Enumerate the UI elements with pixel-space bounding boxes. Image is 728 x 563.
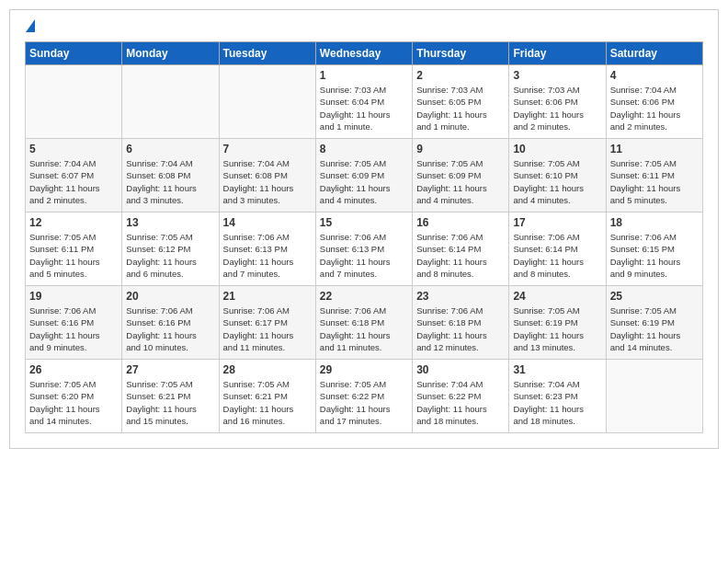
day-info: Sunrise: 7:05 AM Sunset: 6:09 PM Dayligh… [416,157,505,206]
day-info: Sunrise: 7:05 AM Sunset: 6:11 PM Dayligh… [610,157,699,206]
weekday-header-monday: Monday [122,42,219,65]
weekday-header-sunday: Sunday [26,42,122,65]
weekday-header-wednesday: Wednesday [315,42,412,65]
day-info: Sunrise: 7:04 AM Sunset: 6:23 PM Dayligh… [513,378,601,427]
calendar-cell: 15Sunrise: 7:06 AM Sunset: 6:13 PM Dayli… [315,213,412,286]
day-info: Sunrise: 7:06 AM Sunset: 6:18 PM Dayligh… [416,304,505,353]
calendar-cell: 20Sunrise: 7:06 AM Sunset: 6:16 PM Dayli… [122,286,219,360]
day-number: 11 [610,143,699,155]
day-number: 13 [126,216,214,229]
day-info: Sunrise: 7:03 AM Sunset: 6:05 PM Dayligh… [416,84,505,132]
calendar-cell [606,360,702,433]
weekday-header-tuesday: Tuesday [219,42,315,65]
day-number: 29 [320,363,408,376]
day-number: 17 [513,216,601,229]
weekday-header-saturday: Saturday [606,42,702,65]
calendar-cell [122,65,219,139]
calendar-cell: 18Sunrise: 7:06 AM Sunset: 6:15 PM Dayli… [606,213,702,286]
day-number: 1 [320,69,408,82]
day-number: 2 [416,69,505,82]
day-number: 22 [320,290,408,303]
day-number: 12 [29,216,118,229]
calendar-week-row: 12Sunrise: 7:05 AM Sunset: 6:11 PM Dayli… [26,213,703,286]
day-info: Sunrise: 7:06 AM Sunset: 6:14 PM Dayligh… [513,231,601,280]
day-info: Sunrise: 7:06 AM Sunset: 6:16 PM Dayligh… [126,304,214,353]
weekday-header-row: SundayMondayTuesdayWednesdayThursdayFrid… [26,42,703,65]
calendar-cell: 21Sunrise: 7:06 AM Sunset: 6:17 PM Dayli… [219,286,315,360]
day-info: Sunrise: 7:05 AM Sunset: 6:22 PM Dayligh… [320,378,408,427]
calendar-cell: 25Sunrise: 7:05 AM Sunset: 6:19 PM Dayli… [606,286,702,360]
calendar-week-row: 19Sunrise: 7:06 AM Sunset: 6:16 PM Dayli… [26,286,703,360]
logo [25,19,35,34]
day-number: 18 [610,216,699,229]
day-number: 10 [513,143,601,155]
calendar-cell: 13Sunrise: 7:05 AM Sunset: 6:12 PM Dayli… [122,213,219,286]
day-info: Sunrise: 7:05 AM Sunset: 6:10 PM Dayligh… [513,157,601,206]
day-info: Sunrise: 7:05 AM Sunset: 6:12 PM Dayligh… [126,231,214,280]
calendar-cell: 27Sunrise: 7:05 AM Sunset: 6:21 PM Dayli… [122,360,219,433]
calendar-cell: 17Sunrise: 7:06 AM Sunset: 6:14 PM Dayli… [509,213,606,286]
calendar-cell: 9Sunrise: 7:05 AM Sunset: 6:09 PM Daylig… [413,139,509,213]
day-number: 21 [223,290,312,303]
day-info: Sunrise: 7:05 AM Sunset: 6:20 PM Dayligh… [29,378,118,427]
day-number: 4 [610,69,699,82]
calendar-cell: 22Sunrise: 7:06 AM Sunset: 6:18 PM Dayli… [315,286,412,360]
calendar-week-row: 5Sunrise: 7:04 AM Sunset: 6:07 PM Daylig… [26,139,703,213]
calendar-cell: 5Sunrise: 7:04 AM Sunset: 6:07 PM Daylig… [26,139,122,213]
calendar-cell: 3Sunrise: 7:03 AM Sunset: 6:06 PM Daylig… [509,65,606,139]
day-info: Sunrise: 7:04 AM Sunset: 6:22 PM Dayligh… [416,378,505,427]
weekday-header-friday: Friday [509,42,606,65]
day-info: Sunrise: 7:06 AM Sunset: 6:16 PM Dayligh… [29,304,118,353]
calendar-cell [219,65,315,139]
day-info: Sunrise: 7:04 AM Sunset: 6:08 PM Dayligh… [223,157,312,206]
day-number: 3 [513,69,601,82]
weekday-header-thursday: Thursday [413,42,509,65]
day-number: 20 [126,290,214,303]
day-number: 19 [29,290,118,303]
day-info: Sunrise: 7:04 AM Sunset: 6:08 PM Dayligh… [126,157,214,206]
day-info: Sunrise: 7:06 AM Sunset: 6:15 PM Dayligh… [610,231,699,280]
day-number: 15 [320,216,408,229]
day-number: 16 [416,216,505,229]
calendar-cell: 30Sunrise: 7:04 AM Sunset: 6:22 PM Dayli… [413,360,509,433]
day-info: Sunrise: 7:06 AM Sunset: 6:13 PM Dayligh… [320,231,408,280]
calendar-cell: 7Sunrise: 7:04 AM Sunset: 6:08 PM Daylig… [219,139,315,213]
calendar-cell: 26Sunrise: 7:05 AM Sunset: 6:20 PM Dayli… [26,360,122,433]
day-info: Sunrise: 7:05 AM Sunset: 6:11 PM Dayligh… [29,231,118,280]
day-info: Sunrise: 7:04 AM Sunset: 6:06 PM Dayligh… [610,84,699,132]
day-info: Sunrise: 7:06 AM Sunset: 6:17 PM Dayligh… [223,304,312,353]
day-number: 26 [29,363,118,376]
calendar-cell: 14Sunrise: 7:06 AM Sunset: 6:13 PM Dayli… [219,213,315,286]
calendar-cell: 1Sunrise: 7:03 AM Sunset: 6:04 PM Daylig… [315,65,412,139]
calendar-week-row: 1Sunrise: 7:03 AM Sunset: 6:04 PM Daylig… [26,65,703,139]
day-number: 6 [126,143,214,155]
day-info: Sunrise: 7:05 AM Sunset: 6:21 PM Dayligh… [223,378,312,427]
calendar-cell: 24Sunrise: 7:05 AM Sunset: 6:19 PM Dayli… [509,286,606,360]
calendar-cell: 23Sunrise: 7:06 AM Sunset: 6:18 PM Dayli… [413,286,509,360]
calendar-cell: 29Sunrise: 7:05 AM Sunset: 6:22 PM Dayli… [315,360,412,433]
calendar-cell: 16Sunrise: 7:06 AM Sunset: 6:14 PM Dayli… [413,213,509,286]
calendar-cell: 11Sunrise: 7:05 AM Sunset: 6:11 PM Dayli… [606,139,702,213]
day-info: Sunrise: 7:06 AM Sunset: 6:18 PM Dayligh… [320,304,408,353]
calendar-cell [26,65,122,139]
calendar-cell: 4Sunrise: 7:04 AM Sunset: 6:06 PM Daylig… [606,65,702,139]
calendar-cell: 2Sunrise: 7:03 AM Sunset: 6:05 PM Daylig… [413,65,509,139]
day-number: 31 [513,363,601,376]
calendar-cell: 19Sunrise: 7:06 AM Sunset: 6:16 PM Dayli… [26,286,122,360]
calendar-cell: 28Sunrise: 7:05 AM Sunset: 6:21 PM Dayli… [219,360,315,433]
page-header [25,19,703,34]
day-number: 30 [416,363,505,376]
calendar-cell: 6Sunrise: 7:04 AM Sunset: 6:08 PM Daylig… [122,139,219,213]
day-number: 27 [126,363,214,376]
day-number: 14 [223,216,312,229]
calendar-cell: 10Sunrise: 7:05 AM Sunset: 6:10 PM Dayli… [509,139,606,213]
day-number: 23 [416,290,505,303]
day-number: 7 [223,143,312,155]
day-info: Sunrise: 7:05 AM Sunset: 6:21 PM Dayligh… [126,378,214,427]
logo-triangle-icon [26,19,35,32]
day-info: Sunrise: 7:03 AM Sunset: 6:04 PM Dayligh… [320,84,408,132]
day-number: 9 [416,143,505,155]
day-info: Sunrise: 7:03 AM Sunset: 6:06 PM Dayligh… [513,84,601,132]
calendar-table: SundayMondayTuesdayWednesdayThursdayFrid… [25,41,703,433]
day-info: Sunrise: 7:04 AM Sunset: 6:07 PM Dayligh… [29,157,118,206]
